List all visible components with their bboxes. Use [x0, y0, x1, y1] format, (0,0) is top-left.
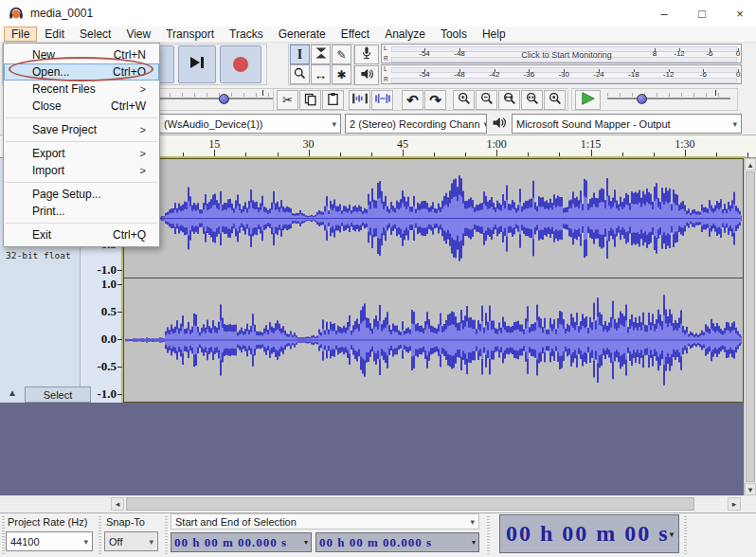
toolbar-grip[interactable] — [684, 516, 687, 554]
playback-meter[interactable]: L R -54 -48 -42 -36 -30 -24 -18 -12 -6 0 — [381, 64, 742, 84]
zoom-toggle-icon — [548, 91, 563, 109]
file-menu-item-close[interactable]: CloseCtrl+W — [4, 98, 159, 115]
file-menu-item-recent-files[interactable]: Recent Files> — [4, 81, 159, 98]
multi-tool-button[interactable]: ✱ — [332, 64, 351, 84]
recording-volume-thumb[interactable] — [219, 94, 229, 104]
paste-button[interactable] — [322, 90, 344, 110]
play-speed-thumb[interactable] — [637, 94, 647, 104]
timeline-label: 1:30 — [675, 137, 694, 152]
chevron-down-icon: ▾ — [670, 530, 675, 539]
meter-scale-label: -6 — [706, 50, 712, 58]
recording-volume-slider[interactable] — [157, 98, 273, 99]
file-menu-item-export[interactable]: Export> — [4, 145, 159, 162]
menu-item-label: Exit — [32, 228, 51, 242]
scroll-right-icon[interactable]: ▸ — [728, 497, 741, 511]
playback-device-select[interactable]: Microsoft Sound Mapper - Output ▾ — [512, 114, 742, 134]
silence-audio-button[interactable] — [371, 90, 393, 110]
maximize-button[interactable]: □ — [688, 4, 716, 23]
selection-end-field[interactable]: 00 h 00 m 00.000 s ▾ — [315, 532, 479, 552]
menubar-item-view[interactable]: View — [118, 27, 158, 42]
submenu-arrow-icon: > — [140, 148, 146, 159]
recording-meter[interactable]: L R -54 -48 8 -12 -6 0Click to Start Mon… — [381, 44, 742, 63]
menubar-item-tracks[interactable]: Tracks — [222, 27, 271, 42]
skip-to-end-button[interactable] — [178, 45, 216, 83]
menubar-item-edit[interactable]: Edit — [37, 27, 72, 42]
speaker-icon — [359, 66, 374, 84]
file-menu-item-page-setup[interactable]: Page Setup... — [4, 186, 159, 203]
toolbar-grip[interactable] — [487, 516, 490, 554]
record-meter-button[interactable] — [354, 45, 379, 64]
menubar-item-analyze[interactable]: Analyze — [377, 27, 433, 42]
audio-position-display[interactable]: 00 h 00 m 00 s ▾ — [499, 514, 679, 553]
zoom-in-button[interactable] — [453, 90, 475, 110]
file-menu-item-print[interactable]: Print... — [4, 203, 159, 220]
meter-scale-label: -48 — [454, 50, 465, 58]
menubar-item-effect[interactable]: Effect — [333, 27, 377, 42]
scroll-up-icon[interactable]: ▴ — [745, 158, 756, 171]
waveform-channel-left[interactable] — [125, 160, 742, 277]
recording-device-value: (WsAudio_Device(1)) — [164, 118, 263, 130]
submenu-arrow-icon: > — [140, 165, 146, 176]
zoom-toggle-button[interactable] — [544, 90, 566, 110]
horizontal-scrollbar[interactable]: ◂ ▸ — [0, 495, 756, 512]
menubar-item-file[interactable]: File — [4, 27, 37, 42]
cut-button[interactable]: ✂ — [277, 90, 298, 110]
collapse-track-icon[interactable]: ▲ — [8, 387, 17, 398]
record-button[interactable] — [220, 45, 261, 83]
file-menu-item-save-project[interactable]: Save Project> — [4, 121, 159, 138]
selection-tool-button[interactable]: I — [290, 45, 310, 64]
scroll-left-icon[interactable]: ◂ — [111, 497, 124, 511]
file-menu-item-import[interactable]: Import> — [4, 162, 159, 179]
undo-icon: ↶ — [406, 92, 419, 109]
toolbar-grip[interactable] — [99, 516, 101, 554]
draw-tool-button[interactable]: ✎ — [332, 45, 351, 64]
menubar-item-help[interactable]: Help — [475, 27, 513, 42]
playback-meter-button[interactable] — [354, 65, 379, 85]
close-button[interactable]: × — [726, 4, 754, 23]
vertical-scroll-thumb[interactable] — [746, 171, 755, 482]
file-menu-item-new[interactable]: NewCtrl+N — [4, 46, 159, 63]
zoom-out-button[interactable] — [476, 90, 497, 110]
toolbar-grip[interactable] — [165, 516, 168, 554]
menubar-item-tools[interactable]: Tools — [433, 27, 475, 42]
monitoring-hint-text[interactable]: Click to Start Monitoring — [472, 50, 661, 60]
trim-audio-button[interactable] — [349, 90, 370, 110]
time-shift-tool-button[interactable]: ↔ — [311, 64, 331, 84]
redo-button[interactable]: ↷ — [424, 90, 446, 110]
recording-device-select[interactable]: (WsAudio_Device(1)) ▾ — [159, 114, 341, 134]
record-icon — [233, 57, 248, 72]
recording-channels-select[interactable]: 2 (Stereo) Recording Chann ▾ — [345, 114, 487, 134]
toolbar-grip[interactable] — [2, 516, 5, 554]
file-menu-item-open[interactable]: Open...Ctrl+O — [4, 63, 159, 81]
minimize-button[interactable]: – — [650, 4, 678, 23]
zoom-tool-button[interactable] — [290, 64, 310, 84]
menubar-item-select[interactable]: Select — [72, 27, 118, 42]
selection-mode-select[interactable]: Start and End of Selection ▾ — [171, 513, 479, 530]
menubar-item-generate[interactable]: Generate — [271, 27, 333, 42]
vertical-scrollbar[interactable]: ▴ ▾ — [744, 158, 756, 495]
scroll-down-icon[interactable]: ▾ — [745, 483, 756, 495]
fit-project-button[interactable] — [521, 90, 543, 110]
chevron-down-icon: ▾ — [466, 517, 475, 527]
timeline-tick — [371, 153, 372, 157]
selection-start-field[interactable]: 00 h 00 m 00.000 s ▾ — [171, 532, 312, 552]
play-speed-slider[interactable] — [607, 98, 730, 99]
meter-scale-label: -36 — [524, 71, 535, 79]
play-at-speed-button[interactable] — [575, 90, 601, 110]
file-menu-item-exit[interactable]: ExitCtrl+Q — [4, 226, 159, 243]
snap-to-select[interactable]: Off ▾ — [104, 531, 158, 551]
fit-selection-button[interactable] — [498, 90, 520, 110]
meter-left-label: L — [384, 66, 387, 72]
waveform-channel-right[interactable] — [125, 279, 742, 401]
timeline-tick — [654, 153, 655, 157]
envelope-tool-button[interactable] — [311, 45, 331, 64]
menubar-item-transport[interactable]: Transport — [158, 27, 222, 42]
meter-scale-label: -54 — [419, 50, 430, 58]
undo-button[interactable]: ↶ — [402, 90, 423, 110]
project-rate-select[interactable]: 44100 ▾ — [6, 531, 93, 551]
ruler-tick — [117, 339, 122, 340]
horizontal-scroll-thumb[interactable] — [126, 497, 694, 511]
microphone-icon — [359, 45, 374, 64]
copy-button[interactable] — [299, 90, 321, 110]
skip-to-end-icon — [188, 55, 207, 74]
